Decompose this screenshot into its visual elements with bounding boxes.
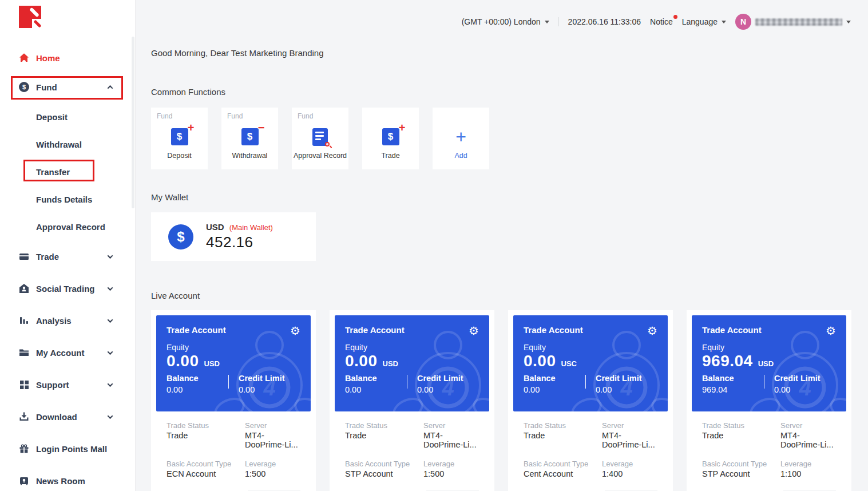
common-function-add[interactable]: + Add [433, 108, 489, 169]
main-area: (GMT +00:00) London 2022.06.16 11:33:06 … [136, 0, 868, 491]
dollar-minus-icon: $− [241, 128, 259, 145]
credit-limit-value: 0.00 [774, 385, 836, 394]
sidebar-item-analysis[interactable]: Analysis [0, 304, 135, 336]
language-selector[interactable]: Language [682, 17, 726, 26]
doc-search-icon [312, 128, 328, 146]
logo-slash-icon [29, 7, 39, 18]
leverage-label: Leverage [602, 460, 657, 468]
topbar: (GMT +00:00) London 2022.06.16 11:33:06 … [136, 0, 868, 30]
greeting-text: Good Morning, Dear Test Marketing Brandi… [151, 48, 868, 58]
leverage-value: 1:500 [245, 469, 300, 478]
account-card-title: Trade Account [702, 325, 762, 335]
balance-label: Balance [702, 374, 764, 383]
language-label: Language [682, 17, 718, 26]
common-function-deposit[interactable]: Fund $+ Deposit [151, 108, 208, 169]
gear-icon[interactable]: ⚙ [469, 325, 479, 336]
live-account-card: 4 Trade Account ⚙ Equity 969.04 USD Ba [687, 310, 851, 491]
account-type-label: Basic Account Type [345, 460, 423, 468]
equity-value: 0.00 [167, 352, 199, 370]
trade-status-label: Trade Status [524, 421, 602, 430]
server-label: Server [780, 421, 836, 430]
sidebar-item-trade[interactable]: Trade [0, 240, 135, 272]
common-function-withdrawal[interactable]: Fund $− Withdrawal [221, 108, 278, 169]
notice-button[interactable]: Notice [650, 17, 673, 26]
chevron-up-icon [108, 85, 113, 90]
wallet-tag: (Main Wallet) [229, 223, 273, 232]
wallet-currency: USD [206, 222, 224, 232]
credit-limit-value: 0.00 [417, 385, 479, 394]
chevron-down-icon [545, 21, 549, 23]
sidebar-item-funds-details[interactable]: Funds Details [0, 185, 135, 213]
account-summary-panel: 4 Trade Account ⚙ Equity 0.00 USC Bala [513, 315, 668, 411]
account-card-title: Trade Account [345, 325, 405, 335]
sidebar-item-support[interactable]: Support [0, 369, 135, 401]
chevron-down-icon [108, 253, 113, 259]
card-label: Deposit [151, 152, 208, 160]
common-function-trade[interactable]: $+ Trade [362, 108, 419, 169]
card-label: Withdrawal [221, 152, 278, 160]
account-type-label: Basic Account Type [702, 460, 780, 468]
common-function-approval-record[interactable]: Fund Approval Record [292, 108, 348, 169]
sidebar-item-social-trading[interactable]: Social Trading [0, 272, 135, 304]
chevron-down-icon [108, 413, 113, 419]
account-card-title: Trade Account [524, 325, 583, 335]
sidebar-item-deposit[interactable]: Deposit [0, 103, 135, 130]
leverage-value: 1:400 [602, 469, 657, 478]
sidebar-item-download[interactable]: Download [0, 401, 135, 433]
section-title-my-wallet: My Wallet [151, 192, 868, 202]
brand-logo[interactable] [19, 6, 41, 28]
sidebar-item-label: Fund [36, 82, 57, 92]
live-account-row: 4 Trade Account ⚙ Equity 0.00 USD Bala [151, 310, 868, 491]
balance-label: Balance [167, 374, 228, 383]
common-functions-row: Fund $+ Deposit Fund $− Withdrawal Fund … [151, 108, 868, 169]
sidebar-item-login-points-mall[interactable]: Login Points Mall [0, 433, 135, 465]
credit-limit-value: 0.00 [596, 385, 657, 394]
sidebar-item-transfer[interactable]: Transfer [0, 158, 135, 185]
balance-label: Balance [345, 374, 407, 383]
trade-status-label: Trade Status [345, 421, 423, 430]
timezone-selector[interactable]: (GMT +00:00) London [462, 17, 549, 26]
sidebar-item-approval-record[interactable]: Approval Record [0, 213, 135, 240]
equity-value: 969.04 [702, 352, 753, 370]
trade-status-label: Trade Status [702, 421, 780, 430]
equity-label: Equity [524, 343, 657, 352]
server-label: Server [245, 421, 300, 430]
home-icon [19, 53, 29, 63]
leverage-value: 1:100 [780, 469, 836, 478]
plus-icon: + [455, 128, 466, 145]
balance-value: 0.00 [524, 385, 585, 394]
credit-limit-label: Credit Limit [239, 374, 300, 383]
sidebar-item-fund[interactable]: $ Fund [0, 71, 135, 103]
gear-icon[interactable]: ⚙ [290, 325, 300, 336]
dollar-circle-icon: $ [19, 82, 29, 92]
gear-icon[interactable]: ⚙ [647, 325, 657, 336]
user-menu[interactable]: N [735, 14, 851, 30]
credit-limit-label: Credit Limit [417, 374, 479, 383]
leverage-label: Leverage [780, 460, 836, 468]
live-account-card: 4 Trade Account ⚙ Equity 0.00 USC Bala [508, 310, 673, 491]
sidebar-item-withdrawal[interactable]: Withdrawal [0, 130, 135, 158]
gear-icon[interactable]: ⚙ [826, 325, 836, 336]
chevron-down-icon [108, 349, 113, 355]
dollar-plus-icon: $+ [382, 128, 399, 145]
card-tag: Fund [298, 112, 313, 120]
avatar: N [735, 14, 751, 30]
datetime-display: 2022.06.16 11:33:06 [568, 17, 641, 26]
equity-currency: USC [561, 359, 577, 368]
chevron-down-icon [108, 317, 113, 323]
sidebar-item-my-account[interactable]: My Account [0, 336, 135, 369]
trade-status-value: Trade [702, 431, 780, 440]
card-label: Approval Record [292, 152, 348, 160]
equity-label: Equity [167, 343, 300, 352]
server-label: Server [423, 421, 479, 430]
equity-label: Equity [702, 343, 836, 352]
account-summary-panel: 4 Trade Account ⚙ Equity 0.00 USD Bala [335, 315, 489, 411]
sidebar-item-home[interactable]: Home [0, 45, 135, 71]
account-type-value: STP Account [345, 469, 423, 478]
sidebar-item-news-room[interactable]: News Room [0, 465, 135, 491]
wallet-amount: 452.16 [206, 233, 273, 251]
wallet-icon [19, 251, 29, 262]
account-type-value: Cent Account [524, 469, 602, 478]
sidebar: Home $ Fund Deposit Withdrawal Transfer … [0, 0, 136, 491]
chevron-down-icon [108, 381, 113, 387]
